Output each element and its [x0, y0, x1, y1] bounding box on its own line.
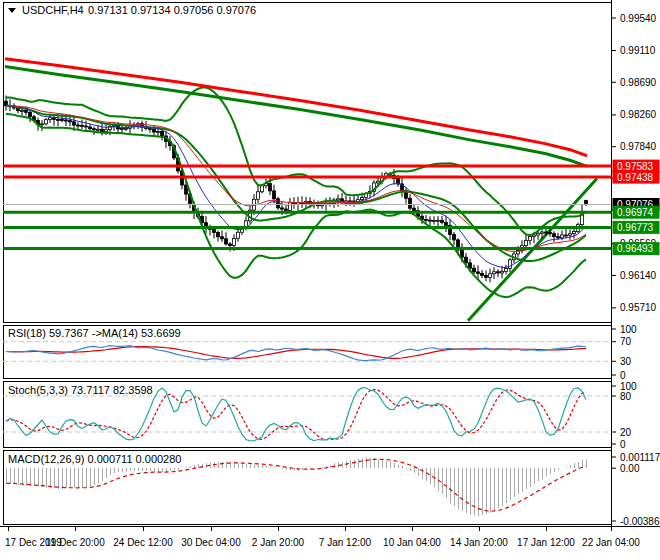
candle [433, 220, 436, 221]
ma-red-line [5, 59, 587, 156]
price-tick-label: 0.95710 [620, 302, 657, 313]
candle [409, 198, 412, 208]
candle [29, 112, 32, 116]
rsi-axis-label: 0 [620, 370, 626, 381]
time-tick-label[interactable]: 14 Jan 20:00 [450, 537, 508, 548]
rsi-indicator-label: RSI(18) 59.7367 ->MA(14) 53.6699 [8, 327, 181, 339]
candle [261, 186, 264, 192]
candle [429, 220, 432, 221]
candle [81, 125, 84, 126]
candle [337, 199, 340, 200]
candle [453, 234, 456, 240]
time-tick-label[interactable]: 7 Jan 12:00 [319, 537, 372, 548]
stoch-indicator-label: Stoch(5,3,3) 73.7117 82.3598 [8, 384, 153, 396]
candle [585, 200, 588, 204]
candle [217, 232, 220, 236]
candle [525, 240, 528, 245]
candle [93, 129, 96, 130]
candle [445, 222, 448, 225]
time-tick-label[interactable]: 22 Jan 04:00 [582, 537, 640, 548]
candle [509, 260, 512, 269]
rsi-axis-label: 70 [620, 336, 632, 347]
time-tick-label[interactable]: 19 Dec 20:00 [45, 537, 105, 548]
rsi-axis-label: 100 [620, 324, 637, 335]
candle [413, 208, 416, 211]
candle [49, 118, 52, 120]
candle [481, 273, 484, 275]
candle [505, 269, 508, 272]
candle [213, 230, 216, 233]
candle [549, 232, 552, 233]
candle [545, 232, 548, 233]
candle [45, 120, 48, 124]
candle [529, 236, 532, 240]
chart-canvas: 0.995400.991100.986900.982600.978400.974… [0, 0, 660, 560]
macd-panel [6, 457, 586, 515]
candle [125, 128, 128, 129]
price-scale: 0.995400.991100.986900.982600.978400.974… [612, 13, 660, 527]
candle [485, 275, 488, 277]
candle [489, 274, 492, 278]
candle [161, 131, 164, 136]
rsi-axis-label: 30 [620, 356, 632, 367]
time-tick-label[interactable]: 17 Jan 12:00 [517, 537, 575, 548]
candle [441, 220, 444, 222]
candle [257, 192, 260, 200]
candle [437, 220, 440, 221]
main-chart-border [3, 2, 611, 322]
candle [553, 234, 556, 237]
macd-axis-label: -0.003866 [620, 516, 660, 527]
candle [77, 125, 80, 126]
candle [65, 120, 68, 121]
price-tick-label: 0.99540 [620, 13, 657, 24]
candle [501, 271, 504, 273]
candle [21, 110, 24, 111]
time-tick-label[interactable]: 2 Jan 20:00 [252, 537, 305, 548]
candle [569, 234, 572, 236]
candle [149, 128, 152, 129]
candle [289, 202, 292, 210]
time-tick-label[interactable]: 24 Dec 12:00 [113, 537, 173, 548]
candle [397, 179, 400, 184]
candle [121, 129, 124, 130]
candle [461, 250, 464, 257]
candle [225, 239, 228, 244]
candle [493, 272, 496, 274]
candle [269, 184, 272, 191]
trading-chart-window: 0.995400.991100.986900.982600.978400.974… [0, 0, 660, 560]
macd-axis-label: 0.00 [620, 463, 640, 474]
candle [557, 237, 560, 238]
time-tick-label[interactable]: 30 Dec 04:00 [181, 537, 241, 548]
stoch-axis-label: 0 [620, 439, 626, 450]
candle [561, 235, 564, 238]
chart-title-symbol: USDCHF,H4 [22, 4, 84, 16]
main-chart-panel [3, 59, 611, 321]
candle [425, 219, 428, 220]
candle [237, 232, 240, 238]
candle [101, 129, 104, 131]
candle [41, 124, 44, 125]
candle [53, 118, 56, 120]
candle [273, 191, 276, 199]
candle [73, 122, 76, 125]
candle [533, 235, 536, 236]
rsi-panel [3, 342, 611, 362]
symbol-dropdown-triangle[interactable] [8, 8, 16, 13]
time-tick-label[interactable]: 10 Jan 04:00 [383, 537, 441, 548]
price-badge-label: 0.97438 [617, 172, 654, 183]
price-tick-label: 0.98690 [620, 77, 657, 88]
rsi-line [6, 346, 586, 361]
candle [285, 209, 288, 210]
candle [69, 121, 72, 122]
candle [473, 268, 476, 272]
candles [5, 95, 588, 282]
candle [97, 129, 100, 130]
macd-indicator-label: MACD(12,26,9) 0.000711 0.000280 [8, 453, 181, 465]
candle [221, 237, 224, 239]
candle [477, 272, 480, 273]
candle [377, 181, 380, 183]
time-scale: 17 Dec 201919 Dec 20:0024 Dec 12:0030 De… [5, 526, 640, 548]
price-badge-label: 0.96974 [617, 207, 654, 218]
candle [153, 129, 156, 132]
candle [573, 231, 576, 233]
